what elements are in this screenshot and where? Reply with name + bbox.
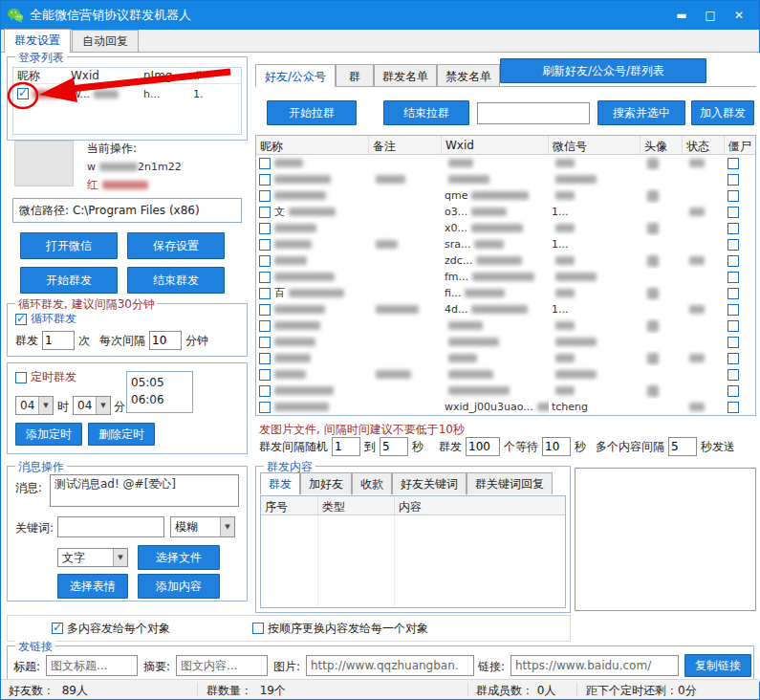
zombie-checkbox[interactable] — [727, 223, 739, 234]
row-checkbox[interactable] — [259, 190, 271, 202]
row-checkbox[interactable] — [259, 158, 271, 169]
zombie-checkbox[interactable] — [727, 174, 739, 186]
sequential-checkbox[interactable] — [252, 623, 264, 634]
table-row[interactable]: fm... — [256, 269, 755, 285]
minimize-button[interactable]: ▬ — [667, 4, 696, 27]
row-checkbox[interactable] — [259, 320, 271, 332]
row-checkbox[interactable] — [259, 255, 271, 267]
zombie-checkbox[interactable] — [727, 385, 739, 397]
zombie-checkbox[interactable] — [727, 272, 739, 283]
link-url-input[interactable] — [510, 655, 679, 676]
login-list-row[interactable]: W... h... 1. — [13, 84, 241, 103]
row-checkbox[interactable] — [259, 353, 271, 364]
join-send-button[interactable]: 加入群发 — [691, 100, 754, 125]
table-row[interactable]: wxid_j00u3uao...tcheng — [256, 399, 755, 415]
loop-interval-input[interactable] — [149, 331, 182, 350]
row-checkbox[interactable] — [259, 337, 271, 348]
table-row[interactable] — [256, 383, 755, 399]
message-input[interactable]: 测试消息ad! @#[爱心] — [50, 474, 239, 507]
zombie-checkbox[interactable] — [727, 304, 739, 316]
stop-pull-group-button[interactable]: 结束拉群 — [383, 100, 469, 125]
col-zombie[interactable]: 僵尸 — [725, 136, 755, 154]
match-mode-select[interactable]: 模糊▼ — [170, 516, 235, 537]
minute-select[interactable]: 04▼ — [73, 396, 111, 415]
content-tab-group-keyword[interactable]: 群关键词回复 — [467, 472, 553, 494]
content-textarea[interactable] — [575, 468, 756, 611]
content-type-select[interactable]: 文字▼ — [57, 548, 128, 567]
interval-to-input[interactable] — [380, 437, 408, 456]
loop-count-input[interactable] — [42, 331, 75, 350]
zombie-checkbox[interactable] — [727, 288, 739, 299]
add-content-button[interactable]: 添加内容 — [138, 574, 220, 599]
loop-send-checkbox[interactable] — [15, 314, 27, 325]
col-wxid[interactable]: Wxid — [442, 136, 549, 154]
row-checkbox[interactable] — [259, 272, 271, 283]
start-pull-group-button[interactable]: 开始拉群 — [267, 100, 357, 125]
content-tab-add-friend[interactable]: 加好友 — [300, 472, 352, 494]
content-tab-payment[interactable]: 收款 — [352, 472, 392, 494]
add-timer-button[interactable]: 添加定时 — [15, 423, 82, 446]
link-title-input[interactable] — [46, 655, 138, 676]
tab-ban-list[interactable]: 禁发名单 — [437, 64, 500, 87]
interval-from-input[interactable] — [332, 437, 360, 456]
login-row-checkbox[interactable] — [17, 88, 29, 99]
table-row[interactable]: 4d...1... — [256, 301, 755, 317]
table-row[interactable] — [256, 350, 755, 366]
col-nickname[interactable]: 昵称 — [256, 136, 369, 154]
link-image-input[interactable] — [306, 655, 474, 676]
wait-input[interactable] — [542, 437, 571, 456]
multi-interval-input[interactable] — [668, 437, 697, 456]
stop-send-button[interactable]: 结束群发 — [127, 267, 225, 294]
row-checkbox[interactable] — [259, 385, 271, 397]
table-row[interactable]: sra...1... — [256, 236, 755, 252]
col-wechat-id[interactable]: 微信号 — [549, 136, 641, 154]
row-checkbox[interactable] — [259, 223, 271, 234]
zombie-checkbox[interactable] — [727, 353, 739, 364]
choose-file-button[interactable]: 选择文件 — [138, 545, 220, 570]
table-row[interactable] — [256, 155, 755, 171]
content-tab-friend-keyword[interactable]: 好友关键词 — [392, 472, 467, 494]
table-row[interactable] — [256, 317, 755, 334]
col-status[interactable]: 状态 — [683, 136, 725, 154]
row-checkbox[interactable] — [259, 369, 271, 381]
zombie-checkbox[interactable] — [727, 337, 739, 348]
hour-select[interactable]: 04▼ — [15, 396, 54, 415]
timer-send-checkbox[interactable] — [15, 372, 27, 383]
table-row[interactable]: 文o3...1... — [256, 204, 755, 220]
zombie-checkbox[interactable] — [727, 158, 739, 169]
table-row[interactable]: qme — [256, 187, 755, 204]
tab-send-settings[interactable]: 群发设置 — [4, 29, 71, 53]
content-tab-send[interactable]: 群发 — [260, 472, 300, 494]
search-input[interactable] — [477, 102, 590, 124]
zombie-checkbox[interactable] — [727, 190, 739, 202]
row-checkbox[interactable] — [259, 304, 271, 316]
zombie-checkbox[interactable] — [727, 402, 739, 413]
zombie-checkbox[interactable] — [727, 207, 739, 218]
multi-content-checkbox[interactable] — [52, 623, 63, 634]
zombie-checkbox[interactable] — [727, 239, 739, 251]
tab-friends[interactable]: 好友/公众号 — [255, 64, 336, 87]
choose-emoji-button[interactable]: 选择表情 — [57, 574, 128, 599]
col-avatar[interactable]: 头像 — [641, 136, 683, 154]
table-row[interactable]: 百fi... — [256, 285, 755, 301]
copy-link-button[interactable]: 复制链接 — [684, 654, 751, 677]
table-row[interactable]: zdc... — [256, 252, 755, 269]
close-button[interactable]: ✕ — [725, 4, 753, 27]
open-wechat-button[interactable]: 打开微信 — [20, 232, 118, 259]
table-row[interactable] — [256, 366, 755, 383]
refresh-lists-button[interactable]: 刷新好友/公众号/群列表 — [500, 58, 706, 83]
row-checkbox[interactable] — [259, 288, 271, 299]
row-checkbox[interactable] — [259, 174, 271, 186]
maximize-button[interactable]: □ — [696, 4, 725, 27]
zombie-checkbox[interactable] — [727, 320, 739, 332]
link-digest-input[interactable] — [176, 655, 268, 676]
zombie-checkbox[interactable] — [727, 369, 739, 381]
row-checkbox[interactable] — [259, 402, 271, 413]
zombie-checkbox[interactable] — [727, 255, 739, 267]
tab-auto-reply[interactable]: 自动回复 — [72, 30, 139, 52]
row-checkbox[interactable] — [259, 207, 271, 218]
save-settings-button[interactable]: 保存设置 — [127, 232, 225, 259]
start-send-button[interactable]: 开始群发 — [20, 267, 118, 294]
search-select-button[interactable]: 搜索并选中 — [597, 100, 685, 125]
batch-count-input[interactable] — [466, 437, 500, 456]
